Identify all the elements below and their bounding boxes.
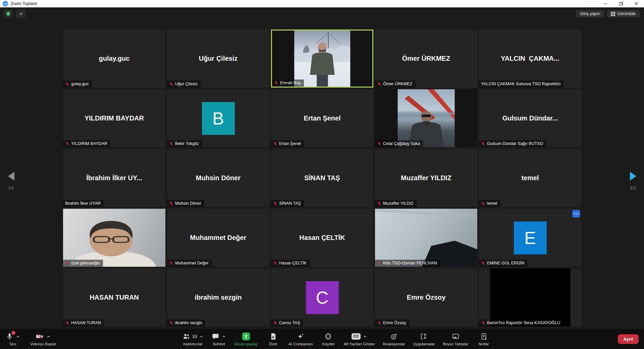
muted-mic-icon [481,321,485,325]
security-button[interactable] [3,9,13,18]
previous-page-arrow-icon[interactable] [8,172,14,181]
chevron-up-icon[interactable] [222,335,226,338]
participant-tile[interactable]: Ömer ÜRKMEZÖmer ÜRKMEZ [375,30,477,88]
participant-tile[interactable]: Hasan ÇELTİKHasan ÇELTİK [271,209,373,267]
toolbar-item-label: AI Companion [288,342,313,346]
view-button-label: Görüntüle [617,11,636,16]
toolbar-item-record[interactable]: Kaydet [321,332,336,346]
view-button[interactable]: Görüntüle [607,10,640,17]
participant-label-text: Ertan Şenel [279,141,301,146]
participant-tile[interactable]: Emrah Baş [271,30,373,88]
window-title: Zoom Toplantı [11,1,37,6]
participant-label-text: İbrahim İlker UYAR [65,201,101,206]
participant-tile[interactable]: CCansu TAŞ [271,268,373,327]
record-icon [324,333,332,340]
participant-tile[interactable]: SİNAN TAŞSİNAN TAŞ [271,149,373,207]
participant-label-text: temel [487,201,497,206]
close-button[interactable] [629,0,644,7]
toolbar-item-participants[interactable]: 33Katılımcılar [182,332,203,346]
grid-view-icon [611,12,615,16]
participant-tile[interactable]: gulay.gucgulay.guc [63,30,165,88]
muted-mic-icon [481,142,485,146]
toolbar-item-audio[interactable]: !Ses [5,332,20,346]
chevron-up-icon[interactable] [47,335,50,338]
more-options-button[interactable] [572,210,580,217]
participant-tile[interactable]: İbrahim İlker UY...İbrahim İlker UYAR [63,149,165,207]
toolbar-item-apps[interactable]: Uygulamalar [413,332,435,346]
toolbar-item-label: Özet [269,342,277,346]
muted-mic-icon [481,261,485,265]
minimize-button[interactable] [598,0,613,7]
muted-mic-icon [273,321,277,325]
participant-label-text: Kilis TSO-Osman PEHLİVAN [383,261,437,265]
participant-tile[interactable]: ibrahim sezginibrahim sezgin [167,268,269,327]
toolbar-item-chat[interactable]: Sohbet [211,332,226,346]
close-icon [634,2,638,6]
video-feed [490,268,571,327]
toolbar-item-video[interactable]: Videoyu Başlat [30,332,56,346]
participant-tile[interactable]: Ertan ŞenelErtan Şenel [271,89,373,147]
participant-tile[interactable]: Muhammet DeğerMuhammet Değer [167,209,269,267]
participant-tile[interactable]: Kilis TSO-Osman PEHLİVAN [375,209,477,267]
muted-mic-icon [169,82,173,86]
participant-display-name: Emre Özsoy [404,294,448,301]
signin-button[interactable]: Giriş yapın [576,10,604,17]
participant-tile[interactable]: BBekir Tokgöz [167,89,269,147]
toolbar-item-notes[interactable]: Notlar [476,332,491,346]
participant-label-text: Emrah Baş [280,81,301,85]
participant-tile[interactable]: HASAN TURANHASAN TURAN [63,268,165,327]
chevron-up-icon[interactable] [363,335,367,338]
toolbar-item-label: Uygulamalar [413,342,435,346]
participant-name-label: HASAN TURAN [63,319,104,327]
participant-avatar: B [202,102,235,135]
participant-label-text: HASAN TURAN [71,320,101,325]
participant-tile[interactable]: Uğur ÇilesizUğur Çilesiz [167,30,269,88]
participant-tile[interactable]: Celal Çağatay Saka [375,89,477,147]
toolbar-item-label: Alt Yazıları Göster [344,342,375,346]
toolbar-item-label: Notlar [479,342,489,346]
muted-mic-icon [65,321,69,325]
participant-label-text: Hasan ÇELTİK [279,261,307,265]
toolbar-item-summary[interactable]: Özet [266,332,280,346]
next-page-arrow-icon[interactable] [630,172,636,181]
participant-tile[interactable]: Gulsum Dündar...Gulsum Dündar Sağır BUTS… [479,89,581,147]
restore-button[interactable] [613,0,629,7]
toolbar-item-reactions[interactable]: Reaksiyonlar [383,332,405,346]
muted-mic-icon [377,82,381,86]
participant-tile[interactable]: EEMİNE GÜL ERGİN [479,209,581,267]
toolbar-item-captions[interactable]: CCAlt Yazıları Göster [344,332,375,346]
toolbar-item-label: Ekranı paylaş [234,342,258,346]
participant-name-label: Ertan Şenel [271,140,304,147]
participant-name-label: ibrahim sezgin [167,319,205,327]
leave-button[interactable]: Ayrıl [618,334,639,344]
muted-mic-icon [273,261,277,265]
chat-icon [212,333,219,340]
participant-tile[interactable]: BartınTso Raportör Sena KASAPOĞLU [479,268,581,327]
participant-tile[interactable]: temeltemel [479,149,581,207]
participant-display-name: Ömer ÜRKMEZ [399,55,453,62]
participant-name-label: SİNAN TAŞ [271,200,304,207]
toolbar-item-label: Kaydet [322,342,334,346]
chevron-up-icon[interactable] [200,335,203,338]
participant-tile[interactable]: Emre ÖzsoyEmre Özsoy [375,268,477,327]
toolbar-item-whiteboards[interactable]: Beyaz Tahtalar [443,332,468,346]
ai-companion-header-button[interactable] [16,9,25,18]
summary-icon [269,333,277,340]
participant-tile[interactable]: özel gökisaoğlu [63,209,165,267]
participant-tile[interactable]: YILDIRIM BAYDARYILDIRIM BAYDAR [63,89,165,147]
chevron-up-icon[interactable] [16,335,20,338]
toolbar-item-share[interactable]: Ekranı paylaş [234,332,258,346]
participant-display-name: Muzaffer YILDIZ [398,174,454,182]
alert-badge: ! [11,331,15,335]
muted-mic-icon [65,261,69,265]
participant-tile[interactable]: Muhsin DönerMuhsin Döner [167,149,269,207]
participant-tile[interactable]: YALCIN ÇAKMA...YALCIN ÇAKMAK Suluova TSO… [479,30,581,88]
participant-display-name: YILDIRIM BAYDAR [82,114,147,122]
participant-label-text: SİNAN TAŞ [279,201,301,206]
participant-name-label: Emre Özsoy [375,319,409,327]
toolbar-item-ai[interactable]: AI Companion [288,332,313,346]
toolbar-item-label: Reaksiyonlar [383,342,405,346]
participant-tile[interactable]: Muzaffer YILDIZMuzaffer YILDIZ [375,149,477,207]
participant-label-text: EMİNE GÜL ERGİN [487,261,524,265]
participant-label-text: Gulsum Dündar Sağır BUTSO [487,141,543,146]
